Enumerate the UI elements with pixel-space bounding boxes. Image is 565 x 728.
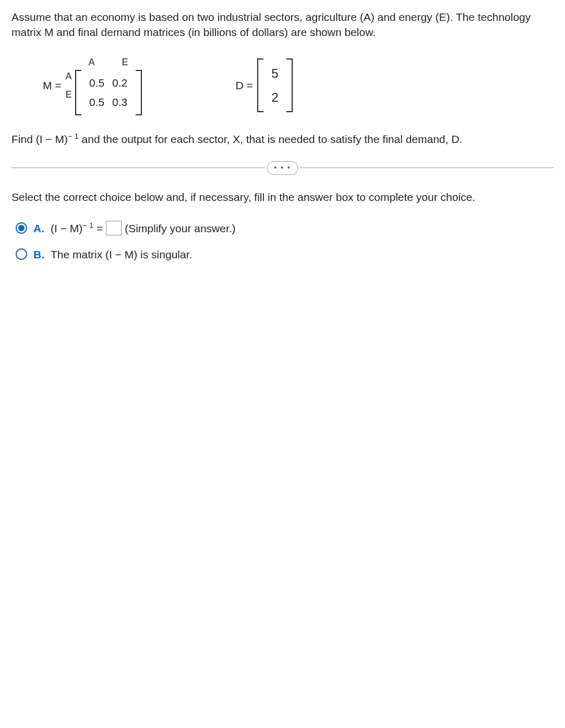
choice-b-text: The matrix (I − M) is singular. — [51, 247, 192, 262]
instruction-suffix: and the output for each sector, X, that … — [79, 133, 462, 145]
instruction-exp: − 1 — [68, 132, 79, 140]
instruction-prefix: Find (I − M) — [11, 133, 68, 145]
instruction-text: Find (I − M)− 1 and the output for each … — [11, 131, 554, 147]
m-cell-0-1: 0.2 — [109, 73, 131, 92]
matrix-m: 0.5 0.2 0.5 0.3 — [75, 70, 142, 115]
choice-a-label: A. — [33, 221, 44, 236]
matrix-d: 5 2 — [257, 58, 293, 112]
question-intro: Assume that an economy is based on two i… — [11, 9, 554, 40]
matrix-m-col-headers: A E — [75, 56, 142, 69]
matrix-m-block: M = A E A E 0.5 0.2 0.5 0.3 — [43, 56, 142, 115]
answer-input-a[interactable] — [106, 221, 122, 235]
radio-a[interactable] — [16, 222, 27, 234]
col-header-e: E — [115, 56, 136, 69]
col-header-a: A — [81, 56, 102, 69]
radio-b[interactable] — [16, 248, 27, 260]
m-cell-1-0: 0.5 — [86, 92, 109, 112]
matrix-d-label: D = — [236, 78, 253, 93]
m-cell-1-1: 0.3 — [109, 92, 131, 112]
m-cell-0-0: 0.5 — [86, 73, 109, 92]
matrix-d-block: D = 5 2 — [236, 58, 293, 112]
choices-group: A. (I − M)− 1 = (Simplify your answer.) … — [16, 220, 554, 262]
choice-a-hint: (Simplify your answer.) — [125, 221, 235, 236]
ellipsis-icon[interactable]: • • • — [267, 161, 297, 175]
d-cell-0: 5 — [268, 62, 282, 86]
matrices-row: M = A E A E 0.5 0.2 0.5 0.3 — [43, 56, 554, 115]
choice-a-prefix: (I − M) — [51, 222, 82, 234]
matrix-m-row-headers: A E — [66, 67, 72, 104]
matrix-m-label: M = — [43, 78, 62, 93]
d-cell-1: 2 — [268, 86, 282, 110]
row-header-e: E — [66, 88, 72, 101]
select-instruction: Select the correct choice below and, if … — [11, 189, 554, 205]
section-divider: • • • — [11, 161, 554, 175]
choice-b-label: B. — [33, 247, 44, 262]
choice-a-exp: − 1 — [82, 221, 93, 230]
choice-b-row[interactable]: B. The matrix (I − M) is singular. — [16, 247, 554, 262]
row-header-a: A — [66, 70, 72, 83]
choice-a-mid: = — [93, 222, 103, 234]
choice-a-row[interactable]: A. (I − M)− 1 = (Simplify your answer.) — [16, 220, 554, 236]
